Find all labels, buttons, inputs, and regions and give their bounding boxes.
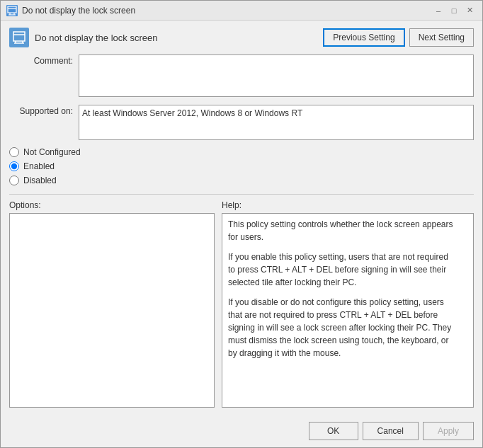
window-icon [6, 5, 18, 16]
window-title: Do not display the lock screen [22, 6, 135, 16]
radio-not-configured-label: Not Configured [23, 147, 81, 157]
radio-disabled[interactable]: Disabled [9, 176, 474, 185]
radio-not-configured[interactable]: Not Configured [9, 147, 474, 157]
radio-enabled-input[interactable] [9, 161, 19, 171]
footer: OK Cancel Apply [1, 415, 482, 447]
title-bar-left: Do not display the lock screen [6, 5, 135, 16]
help-paragraph-3: If you disable or do not configure this … [228, 296, 458, 360]
help-panel: Help: This policy setting controls wheth… [222, 200, 474, 408]
options-box [9, 213, 215, 408]
options-panel: Options: [9, 200, 215, 408]
supported-container: At least Windows Server 2012, Windows 8 … [79, 105, 474, 140]
separator [9, 194, 474, 195]
policy-icon [9, 28, 29, 47]
radio-section: Not Configured Enabled Disabled [9, 147, 474, 185]
help-text-content[interactable]: This policy setting controls whether the… [228, 218, 467, 403]
comment-row: Comment: [9, 54, 474, 99]
help-label: Help: [222, 200, 474, 210]
supported-text: At least Windows Server 2012, Windows 8 … [79, 105, 474, 140]
radio-disabled-input[interactable] [9, 176, 19, 185]
radio-enabled-label: Enabled [23, 161, 55, 171]
content-area: Do not display the lock screen Previous … [1, 21, 482, 415]
radio-not-configured-input[interactable] [9, 147, 19, 157]
svg-rect-0 [8, 6, 16, 13]
options-label: Options: [9, 200, 215, 210]
header-title: Do not display the lock screen [35, 33, 157, 43]
radio-enabled[interactable]: Enabled [9, 161, 474, 171]
radio-disabled-label: Disabled [23, 176, 57, 185]
form-section: Comment: Supported on: At least Windows … [9, 54, 474, 140]
cancel-button[interactable]: Cancel [363, 422, 419, 440]
ok-button[interactable]: OK [309, 422, 358, 440]
help-paragraph-2: If you enable this policy setting, users… [228, 251, 458, 289]
help-text-box: This policy setting controls whether the… [222, 213, 474, 408]
header-left: Do not display the lock screen [9, 28, 157, 47]
maximize-button[interactable]: □ [447, 4, 461, 17]
title-bar: Do not display the lock screen – □ ✕ [1, 1, 482, 21]
header-buttons: Previous Setting Next Setting [323, 28, 474, 47]
comment-textarea[interactable] [79, 54, 474, 97]
help-paragraph-1: This policy setting controls whether the… [228, 218, 458, 243]
comment-label: Comment: [9, 54, 73, 66]
supported-row: Supported on: At least Windows Server 20… [9, 105, 474, 140]
header-row: Do not display the lock screen Previous … [9, 28, 474, 47]
main-window: Do not display the lock screen – □ ✕ [0, 0, 483, 448]
next-setting-button[interactable]: Next Setting [409, 28, 474, 47]
apply-button[interactable]: Apply [423, 422, 474, 440]
comment-container [79, 54, 474, 99]
close-button[interactable]: ✕ [462, 4, 477, 17]
svg-rect-5 [13, 32, 25, 41]
title-controls: – □ ✕ [431, 4, 477, 17]
supported-label: Supported on: [9, 105, 73, 116]
minimize-button[interactable]: – [431, 4, 445, 17]
main-panels: Options: Help: This policy setting contr… [9, 200, 474, 408]
previous-setting-button[interactable]: Previous Setting [323, 28, 404, 47]
